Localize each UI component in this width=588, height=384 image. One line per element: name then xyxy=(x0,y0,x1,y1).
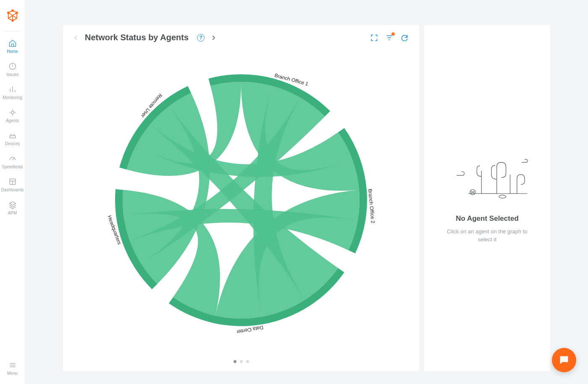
home-icon xyxy=(8,39,17,47)
filter-button[interactable] xyxy=(385,33,394,42)
sidebar-item-label: Dashboards xyxy=(1,188,24,192)
expand-button[interactable] xyxy=(370,33,379,42)
network-status-card: Network Status by Agents ? xyxy=(63,25,419,371)
alert-circle-icon xyxy=(8,62,17,71)
pager xyxy=(73,358,409,364)
pager-dot-0[interactable] xyxy=(234,360,236,363)
sidebar: Home Issues Monitoring Agents Devices Sp… xyxy=(0,0,25,384)
chevron-left-icon xyxy=(73,35,79,41)
sidebar-item-label: APM xyxy=(8,211,17,215)
svg-point-5 xyxy=(11,111,14,114)
sidebar-item-label: Issues xyxy=(6,72,18,77)
refresh-icon xyxy=(400,34,409,42)
svg-point-10 xyxy=(499,195,506,198)
sidebar-separator xyxy=(4,31,21,31)
app-logo[interactable] xyxy=(5,8,21,24)
chevron-right-icon xyxy=(210,35,216,41)
sidebar-item-menu[interactable]: Menu xyxy=(0,357,25,380)
empty-state-illustration xyxy=(445,153,529,204)
card-title: Network Status by Agents xyxy=(85,33,189,42)
sidebar-item-speedtests[interactable]: Speedtests xyxy=(0,150,25,173)
svg-point-3 xyxy=(12,20,13,21)
sidebar-item-issues[interactable]: Issues xyxy=(0,58,25,81)
empty-state-title: No Agent Selected xyxy=(456,214,519,223)
filter-active-badge xyxy=(391,32,395,36)
card-header: Network Status by Agents ? xyxy=(73,33,409,42)
expand-icon xyxy=(370,34,378,42)
svg-point-0 xyxy=(7,12,9,13)
sidebar-item-agents[interactable]: Agents xyxy=(0,104,25,127)
target-icon xyxy=(8,108,17,117)
content-area: Network Status by Agents ? xyxy=(25,0,588,384)
gauge-icon xyxy=(8,154,17,163)
sidebar-item-monitoring[interactable]: Monitoring xyxy=(0,81,25,104)
sidebar-item-devices[interactable]: Devices xyxy=(0,127,25,150)
bars-icon xyxy=(8,85,17,94)
prev-button[interactable] xyxy=(73,35,79,41)
sidebar-item-label: Monitoring xyxy=(3,95,22,100)
dashboard-icon xyxy=(8,178,17,186)
refresh-button[interactable] xyxy=(400,33,409,42)
svg-point-2 xyxy=(12,10,13,11)
pager-dot-1[interactable] xyxy=(240,360,243,363)
chat-icon xyxy=(558,354,570,366)
sidebar-item-label: Menu xyxy=(7,371,18,376)
pager-dot-2[interactable] xyxy=(246,360,249,363)
menu-icon xyxy=(8,361,17,369)
chat-button[interactable] xyxy=(552,348,576,372)
agent-detail-panel: No Agent Selected Click on an agent on t… xyxy=(424,25,550,371)
sidebar-item-label: Agents xyxy=(6,118,19,123)
svg-point-1 xyxy=(16,12,18,13)
empty-state-subtitle: Click on an agent on the graph to select… xyxy=(445,228,529,244)
chord-chart[interactable]: Remote UserBranch Office 1Branch Office … xyxy=(73,42,409,358)
sidebar-item-dashboards[interactable]: Dashboards xyxy=(0,173,25,196)
router-icon xyxy=(8,131,17,140)
sidebar-item-label: Home xyxy=(7,49,18,54)
next-button[interactable] xyxy=(210,35,216,41)
layers-icon xyxy=(8,201,17,209)
sidebar-item-label: Devices xyxy=(5,141,20,146)
sidebar-item-home[interactable]: Home xyxy=(0,35,25,58)
sidebar-item-label: Speedtests xyxy=(2,165,23,169)
help-button[interactable]: ? xyxy=(197,34,205,42)
sidebar-item-apm[interactable]: APM xyxy=(0,196,25,219)
